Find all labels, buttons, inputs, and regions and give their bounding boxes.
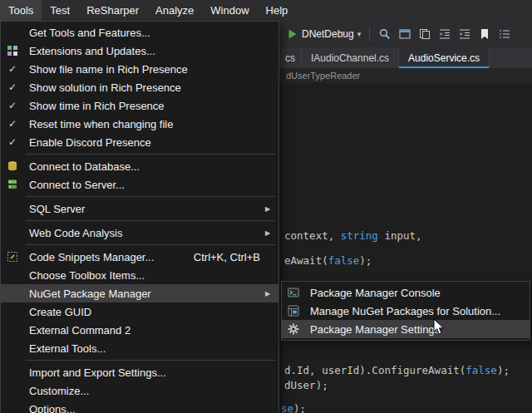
- menu-item-choose-toolbox-items[interactable]: Choose Toolbox Items...: [1, 266, 278, 284]
- menubar-item-test[interactable]: Test: [42, 0, 78, 21]
- menu-item-reset-time-when-changing-file[interactable]: ✓Reset time when changing file: [1, 115, 278, 133]
- run-icon[interactable]: [288, 28, 298, 40]
- checkmark-icon: ✓: [8, 118, 17, 130]
- submenu-item-manage-nuget-packages-for-solution[interactable]: Manage NuGet Packages for Solution...: [282, 302, 530, 320]
- checkmark-icon: ✓: [8, 81, 17, 93]
- menu-separator: [26, 196, 275, 197]
- checkmark-icon: ✓: [8, 136, 17, 148]
- breadcrumb-text: dUserTypeReader: [286, 71, 360, 81]
- menu-item-label: SQL Server: [24, 203, 85, 215]
- code-line: eAwait(false);: [284, 254, 372, 267]
- menu-bar: ToolsTestReSharperAnalyzeWindowHelp: [0, 0, 532, 21]
- menu-shortcut: Ctrl+K, Ctrl+B: [174, 251, 260, 263]
- menubar-item-window[interactable]: Window: [202, 0, 257, 21]
- code-segment: eAwait(: [284, 254, 328, 267]
- menubar-item-analyze[interactable]: Analyze: [147, 0, 202, 21]
- copy-icon[interactable]: [418, 27, 431, 41]
- menu-item-label: Show solution in Rich Presence: [24, 81, 181, 94]
- menu-item-connect-to-database[interactable]: Connect to Database...: [1, 157, 278, 175]
- menu-item-get-tools-and-features[interactable]: Get Tools and Features...: [1, 23, 278, 42]
- menu-item-label: Web Code Analysis: [24, 227, 123, 239]
- submenu-item-package-manager-settings[interactable]: Package Manager Settings: [282, 320, 530, 338]
- submenu-arrow-icon: ▶: [260, 290, 275, 297]
- menu-separator: [26, 244, 275, 245]
- menu-item-label: Options...: [24, 403, 76, 413]
- menu-item-enable-discord-presence[interactable]: ✓Enable Discord Presence: [1, 133, 278, 151]
- menu-item-code-snippets-manager[interactable]: Code Snippets Manager...Ctrl+K, Ctrl+B: [1, 248, 278, 266]
- menu-item-label: Show file name in Rich Presence: [24, 63, 188, 76]
- menu-item-show-solution-in-rich-presence[interactable]: ✓Show solution in Rich Presence: [1, 78, 278, 96]
- menu-item-label: Enable Discord Presence: [24, 136, 151, 149]
- menu-item-web-code-analysis[interactable]: Web Code Analysis▶: [1, 224, 278, 242]
- menu-item-label: Show time in Rich Presence: [24, 100, 165, 112]
- menu-item-external-command-2[interactable]: External Command 2: [1, 321, 278, 339]
- menu-item-show-file-name-in-rich-presence[interactable]: ✓Show file name in Rich Presence: [1, 60, 278, 78]
- menu-item-extensions-and-updates[interactable]: Extensions and Updates...: [1, 42, 278, 60]
- menu-item-create-guid[interactable]: Create GUID: [1, 302, 278, 321]
- menu-item-customize[interactable]: Customize...: [1, 381, 278, 400]
- menu-item-label: Import and Export Settings...: [24, 366, 166, 379]
- checkmark-icon: ✓: [1, 136, 24, 148]
- snippets-icon: [1, 251, 24, 263]
- menu-separator: [26, 154, 275, 155]
- menu-item-external-tools[interactable]: External Tools...: [1, 339, 278, 357]
- run-config-label[interactable]: DNetDebug: [302, 28, 354, 40]
- find-icon[interactable]: [378, 27, 392, 41]
- code-segment: d.Id, userId).ConfigureAwait(: [284, 364, 466, 376]
- menubar-item-tools[interactable]: Tools: [0, 0, 42, 21]
- code-segment: false: [328, 254, 360, 267]
- menu-item-label: NuGet Package Manager: [24, 288, 151, 300]
- menu-item-options[interactable]: Options...: [1, 400, 278, 413]
- checkmark-icon: ✓: [1, 118, 24, 130]
- menu-item-import-and-export-settings[interactable]: Import and Export Settings...: [1, 363, 278, 381]
- toolbar-separator: [369, 27, 370, 42]
- menu-item-label: External Tools...: [24, 342, 106, 355]
- indent-increase-icon[interactable]: [458, 27, 471, 41]
- gear-icon: [282, 323, 305, 335]
- menu-item-nuget-package-manager[interactable]: NuGet Package Manager▶: [1, 284, 278, 302]
- code-segment: string: [341, 229, 378, 242]
- menu-separator: [26, 360, 275, 361]
- menu-item-label: Package Manager Settings: [305, 323, 440, 336]
- menu-item-label: Customize...: [24, 385, 89, 397]
- code-segment: context,: [284, 229, 341, 242]
- code-segment: input,: [378, 229, 422, 242]
- server-icon: [1, 179, 24, 190]
- menubar-item-resharper[interactable]: ReSharper: [78, 0, 147, 21]
- menu-item-label: Reset time when changing file: [24, 118, 173, 130]
- menu-item-label: Connect to Server...: [24, 179, 125, 191]
- code-segment: );: [359, 254, 372, 267]
- menu-item-show-time-in-rich-presence[interactable]: ✓Show time in Rich Presence: [1, 96, 278, 115]
- code-line: dUser);: [284, 379, 328, 391]
- menubar-item-help[interactable]: Help: [258, 0, 297, 21]
- indent-decrease-icon[interactable]: [438, 27, 451, 41]
- submenu-item-package-manager-console[interactable]: Package Manager Console: [282, 283, 530, 302]
- toolbar-icon-group: [375, 27, 515, 41]
- code-segment: );: [497, 364, 510, 376]
- code-segment: se: [281, 402, 293, 413]
- tab-iaudiochannel-cs[interactable]: IAudioChannel.cs: [302, 47, 399, 68]
- database-icon: [1, 160, 24, 172]
- code-segment: dUser);: [284, 379, 328, 391]
- list-icon[interactable]: [498, 27, 511, 41]
- console-icon: [282, 287, 305, 298]
- checkmark-icon: ✓: [1, 100, 24, 111]
- new-window-icon[interactable]: [398, 27, 411, 41]
- menu-item-label: Connect to Database...: [24, 160, 140, 173]
- checkmark-icon: ✓: [1, 63, 24, 75]
- menu-item-label: Package Manager Console: [305, 287, 441, 299]
- code-line: d.Id, userId).ConfigureAwait(false);: [284, 364, 510, 376]
- code-line: context, string input,: [284, 229, 422, 242]
- checkmark-icon: ✓: [8, 63, 17, 75]
- chevron-down-icon[interactable]: ▾: [357, 30, 362, 38]
- code-line: se);: [281, 402, 306, 413]
- menu-item-sql-server[interactable]: SQL Server▶: [1, 199, 278, 218]
- extensions-icon: [1, 45, 24, 57]
- tab-audioservice-cs[interactable]: AudioService.cs: [399, 47, 490, 68]
- menu-item-connect-to-server[interactable]: Connect to Server...: [1, 175, 278, 194]
- menu-item-label: Manage NuGet Packages for Solution...: [305, 305, 500, 317]
- bookmark-icon[interactable]: [478, 27, 491, 41]
- nuget-submenu: Package Manager ConsoleManage NuGet Pack…: [281, 281, 530, 341]
- menu-item-label: Code Snippets Manager...: [24, 251, 154, 263]
- tab-overflow[interactable]: cs: [279, 47, 302, 68]
